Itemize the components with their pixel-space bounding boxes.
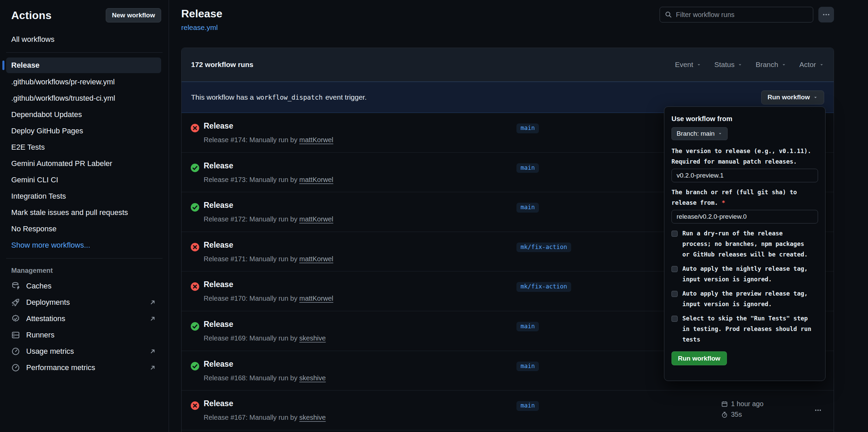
- run-title-link[interactable]: Release: [204, 320, 233, 329]
- run-description: Release #170: Manually run by mattKorwel: [204, 295, 333, 302]
- workflow-file-link[interactable]: release.yml: [181, 23, 218, 32]
- branch-pill[interactable]: main: [516, 362, 539, 371]
- external-link-icon: [149, 364, 156, 371]
- new-workflow-button[interactable]: New workflow: [106, 8, 161, 22]
- chevron-down-icon: [813, 95, 818, 100]
- sidebar-item-mark-stale-issues-and-pull-requests[interactable]: Mark stale issues and pull requests: [6, 204, 161, 221]
- sidebar-item-caches[interactable]: Caches: [6, 278, 161, 294]
- workflow-dispatch-checkbox-1[interactable]: Run a dry-run of the release process; no…: [671, 228, 818, 260]
- filter-runs-input[interactable]: [676, 11, 808, 19]
- workflow-input-description: The version to release (e.g., v0.1.11). …: [671, 146, 819, 167]
- check-circle-icon: [190, 163, 200, 172]
- filter-actor[interactable]: Actor: [799, 61, 824, 69]
- workflow-list: Release .github/workflows/pr-review.yml …: [6, 57, 161, 253]
- filter-branch[interactable]: Branch: [755, 61, 786, 69]
- branch-pill[interactable]: main: [516, 163, 539, 173]
- workflow-dispatch-checkbox-2[interactable]: Auto apply the nightly release tag, inpu…: [671, 264, 818, 285]
- calendar-icon: [721, 401, 728, 408]
- sidebar-item-label: Gemini CLI CI: [11, 176, 58, 184]
- sidebar-item-runners[interactable]: Runners: [6, 327, 161, 343]
- actor-link[interactable]: mattKorwel: [299, 215, 333, 223]
- run-description: Release #169: Manually run by skeshive: [204, 334, 326, 342]
- meter-icon: [11, 347, 20, 356]
- sidebar-item-release[interactable]: Release: [6, 57, 161, 73]
- run-time: 1 hour ago: [731, 400, 764, 408]
- dispatch-banner-text: This workflow has aworkflow_dispatcheven…: [191, 93, 367, 101]
- runs-count: 172 workflow runs: [191, 61, 253, 69]
- sidebar-item-label: Deploy GitHub Pages: [11, 127, 83, 135]
- sidebar-header: Actions New workflow: [6, 8, 161, 22]
- chevron-down-icon: [696, 62, 701, 67]
- branch-pill[interactable]: mk/fix-action: [516, 282, 571, 292]
- run-description: Release #167: Manually run by skeshive: [204, 414, 326, 421]
- run-row-kebab-button[interactable]: [811, 403, 826, 418]
- sidebar-item-deploy-github-pages[interactable]: Deploy GitHub Pages: [6, 123, 161, 139]
- run-meta: 1 hour ago 35s: [721, 399, 764, 420]
- kebab-icon: [822, 11, 830, 19]
- sidebar-item-usage-metrics[interactable]: Usage metrics: [6, 343, 161, 360]
- filter-status[interactable]: Status: [714, 61, 743, 69]
- workflow-dispatch-input-1[interactable]: [671, 169, 818, 182]
- run-title-link[interactable]: Release: [204, 240, 233, 250]
- run-workflow-dropdown-button[interactable]: Run workflow: [761, 90, 824, 104]
- actor-link[interactable]: skeshive: [299, 334, 326, 342]
- branch-pill[interactable]: main: [516, 123, 539, 133]
- sidebar-item-dependabot-updates[interactable]: Dependabot Updates: [6, 106, 161, 123]
- sidebar-item-show-more-workflows[interactable]: Show more workflows...: [6, 237, 161, 253]
- sidebar-item-performance-metrics[interactable]: Performance metrics: [6, 360, 161, 376]
- sidebar-item-github-workflows-pr-review-yml[interactable]: .github/workflows/pr-review.yml: [6, 74, 161, 90]
- branch-pill[interactable]: main: [516, 203, 539, 213]
- run-title-link[interactable]: Release: [204, 280, 233, 289]
- run-title-link[interactable]: Release: [204, 201, 233, 210]
- sidebar-item-attestations[interactable]: Attestations: [6, 311, 161, 327]
- run-description: Release #168: Manually run by skeshive: [204, 374, 326, 382]
- checkbox[interactable]: [671, 291, 678, 297]
- run-title-link[interactable]: Release: [204, 121, 233, 131]
- actor-link[interactable]: skeshive: [299, 374, 326, 382]
- sidebar-item-deployments[interactable]: Deployments: [6, 294, 161, 311]
- divider: [6, 258, 163, 259]
- actor-link[interactable]: mattKorwel: [299, 255, 333, 263]
- sidebar-item-integration-tests[interactable]: Integration Tests: [6, 188, 161, 204]
- sidebar-item-gemini-automated-pr-labeler[interactable]: Gemini Automated PR Labeler: [6, 155, 161, 172]
- checkbox-label: Auto apply the preview release tag, inpu…: [682, 288, 813, 310]
- filter-runs-search[interactable]: [660, 7, 813, 22]
- workflow-dispatch-input-2[interactable]: [671, 210, 818, 223]
- header-actions: [660, 7, 834, 22]
- sidebar-item-label: .github/workflows/pr-review.yml: [11, 78, 115, 86]
- sidebar-item-e2e-tests[interactable]: E2E Tests: [6, 139, 161, 155]
- chevron-down-icon: [781, 62, 786, 67]
- branch-pill[interactable]: mk/fix-action: [516, 243, 571, 252]
- branch-pill[interactable]: main: [516, 322, 539, 332]
- runs-filters: Event Status Branch Actor: [675, 61, 824, 69]
- branch-pill[interactable]: main: [516, 401, 539, 411]
- search-icon: [665, 11, 672, 18]
- branch-select-button[interactable]: Branch: main: [671, 127, 728, 140]
- header-kebab-button[interactable]: [818, 7, 834, 22]
- actor-link[interactable]: mattKorwel: [299, 136, 333, 144]
- chevron-down-icon: [819, 62, 824, 67]
- checkbox[interactable]: [671, 266, 678, 272]
- x-circle-icon: [190, 282, 200, 291]
- run-title-link[interactable]: Release: [204, 399, 233, 408]
- run-description: Release #174: Manually run by mattKorwel: [204, 136, 333, 144]
- sidebar-item-all-workflows[interactable]: All workflows: [6, 31, 161, 48]
- management-section-label: Management: [11, 267, 161, 275]
- run-duration: 35s: [731, 411, 742, 418]
- filter-event[interactable]: Event: [675, 61, 701, 69]
- check-circle-icon: [190, 203, 200, 212]
- sidebar-item-gemini-cli-ci[interactable]: Gemini CLI CI: [6, 172, 161, 188]
- workflow-dispatch-checkbox-4[interactable]: Select to skip the "Run Tests" step in t…: [671, 313, 818, 345]
- checkbox[interactable]: [671, 316, 678, 322]
- run-title-link[interactable]: Release: [204, 161, 233, 170]
- actor-link[interactable]: mattKorwel: [299, 295, 333, 302]
- checkbox[interactable]: [671, 231, 678, 237]
- sidebar-item-no-response[interactable]: No Response: [6, 221, 161, 237]
- actor-link[interactable]: skeshive: [299, 414, 326, 421]
- sidebar-item-label: Gemini Automated PR Labeler: [11, 159, 112, 168]
- workflow-dispatch-checkbox-3[interactable]: Auto apply the preview release tag, inpu…: [671, 288, 818, 310]
- sidebar-item-github-workflows-trusted-ci-yml[interactable]: .github/workflows/trusted-ci.yml: [6, 90, 161, 106]
- actor-link[interactable]: mattKorwel: [299, 176, 333, 183]
- run-workflow-submit-button[interactable]: Run workflow: [671, 351, 727, 365]
- run-title-link[interactable]: Release: [204, 360, 233, 369]
